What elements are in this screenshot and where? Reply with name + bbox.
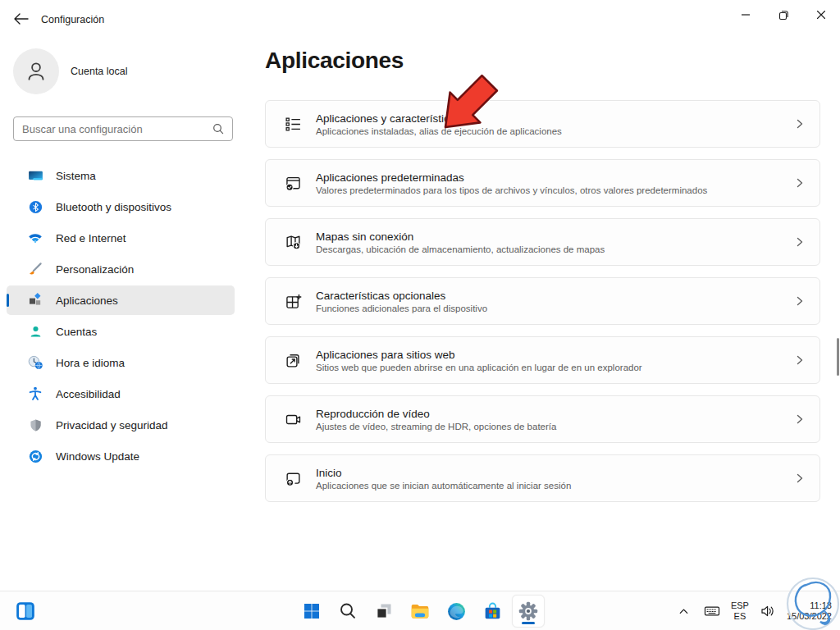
- chevron-right-icon: [795, 354, 805, 366]
- minimize-icon: [741, 10, 751, 20]
- card-title: Aplicaciones predeterminadas: [316, 171, 707, 184]
- back-button[interactable]: [11, 11, 31, 28]
- sidebar-item-hora-e-idioma[interactable]: Hora e idioma: [7, 348, 235, 377]
- settings-card-list: Aplicaciones y características Aplicacio…: [265, 100, 820, 502]
- file-explorer-button[interactable]: [404, 595, 436, 628]
- card-title: Reproducción de vídeo: [316, 408, 556, 420]
- apps-for-websites-icon: [284, 351, 302, 369]
- search-icon: [338, 601, 358, 621]
- language-line1: ESP: [731, 600, 749, 611]
- search-box[interactable]: [13, 116, 233, 141]
- sidebar-item-bluetooth-y-dispositivos[interactable]: Bluetooth y dispositivos: [7, 192, 235, 221]
- sidebar: Cuenta local Sistema Bluetooth y disposi…: [0, 33, 246, 591]
- card-aplicaciones-y-caracteristicas[interactable]: Aplicaciones y características Aplicacio…: [265, 100, 820, 148]
- sidebar-nav: Sistema Bluetooth y dispositivos Red e I…: [0, 159, 246, 472]
- card-title: Inicio: [316, 467, 571, 479]
- card-caracteristicas-opcionales[interactable]: Características opcionales Funciones adi…: [265, 277, 820, 325]
- search-taskbar-button[interactable]: [331, 595, 364, 628]
- card-title: Características opcionales: [316, 290, 487, 302]
- sidebar-item-label: Aplicaciones: [56, 294, 118, 307]
- windows-update-icon: [26, 447, 44, 465]
- system-tray: ESP ES 11:13 15/03/2022: [674, 591, 835, 630]
- accessibility-icon: [26, 385, 44, 403]
- chevron-right-icon: [795, 236, 805, 248]
- startup-icon: [284, 469, 302, 487]
- file-explorer-icon: [409, 600, 431, 622]
- running-app-indicator: [522, 622, 535, 624]
- card-subtitle: Aplicaciones instaladas, alias de ejecuc…: [316, 126, 562, 136]
- sidebar-item-personalizacion[interactable]: Personalización: [7, 254, 235, 284]
- language-indicator[interactable]: ESP ES: [731, 600, 749, 622]
- task-view-button[interactable]: [368, 595, 400, 628]
- restore-button[interactable]: [765, 0, 802, 30]
- sidebar-item-label: Windows Update: [56, 450, 139, 463]
- apps-features-icon: [284, 115, 302, 133]
- microsoft-store-icon: [482, 601, 503, 622]
- language-line2: ES: [731, 611, 749, 622]
- settings-window: Configuración Cuenta local: [0, 0, 840, 630]
- system-icon: [26, 167, 44, 185]
- taskbar: ESP ES 11:13 15/03/2022: [0, 591, 840, 630]
- card-aplicaciones-predeterminadas[interactable]: Aplicaciones predeterminadas Valores pre…: [265, 159, 820, 207]
- sidebar-item-aplicaciones[interactable]: Aplicaciones: [7, 285, 235, 315]
- sidebar-item-label: Personalización: [56, 263, 134, 276]
- selected-indicator: [7, 294, 9, 307]
- search-icon[interactable]: [212, 123, 224, 135]
- clock-date: 15/03/2022: [787, 611, 832, 622]
- network-wifi-icon: [26, 229, 44, 247]
- avatar: [13, 48, 59, 94]
- chevron-right-icon: [795, 118, 805, 130]
- account-row[interactable]: Cuenta local: [13, 48, 128, 94]
- sidebar-item-sistema[interactable]: Sistema: [7, 161, 235, 190]
- keyboard-icon: [704, 603, 720, 619]
- personalization-brush-icon: [26, 260, 44, 278]
- start-button[interactable]: [295, 595, 328, 628]
- close-button[interactable]: [802, 0, 840, 30]
- card-subtitle: Sitios web que pueden abrirse en una apl…: [316, 363, 642, 372]
- person-icon: [22, 57, 50, 85]
- scrollbar-thumb[interactable]: [837, 338, 839, 376]
- clock[interactable]: 11:13 15/03/2022: [787, 600, 835, 622]
- minimize-button[interactable]: [727, 0, 765, 30]
- sidebar-item-accesibilidad[interactable]: Accesibilidad: [7, 379, 235, 409]
- edge-button[interactable]: [440, 595, 472, 628]
- restore-icon: [778, 10, 789, 21]
- sidebar-item-privacidad-y-seguridad[interactable]: Privacidad y seguridad: [7, 410, 235, 440]
- apps-icon: [26, 291, 44, 309]
- sidebar-item-cuentas[interactable]: Cuentas: [7, 317, 235, 346]
- sidebar-item-label: Red e Internet: [56, 232, 126, 244]
- card-subtitle: Ajustes de vídeo, streaming de HDR, opci…: [316, 422, 556, 431]
- time-language-icon: [26, 354, 44, 372]
- search-input[interactable]: [14, 123, 212, 135]
- chevron-right-icon: [795, 177, 805, 189]
- sidebar-item-windows-update[interactable]: Windows Update: [7, 441, 235, 471]
- card-reproduccion-de-video[interactable]: Reproducción de vídeo Ajustes de vídeo, …: [265, 395, 820, 443]
- bluetooth-icon: [26, 198, 44, 216]
- default-apps-icon: [284, 174, 302, 192]
- chevron-right-icon: [795, 472, 805, 484]
- card-title: Aplicaciones y características: [316, 112, 562, 125]
- card-mapas-sin-conexion[interactable]: Mapas sin conexión Descargas, ubicación …: [265, 218, 820, 266]
- card-title: Mapas sin conexión: [316, 231, 605, 243]
- settings-taskbar-button[interactable]: [512, 595, 545, 628]
- sidebar-item-label: Privacidad y seguridad: [56, 419, 168, 431]
- accounts-icon: [26, 322, 44, 340]
- touch-keyboard-button[interactable]: [701, 600, 724, 623]
- video-playback-icon: [284, 410, 302, 428]
- card-subtitle: Aplicaciones que se inician automáticame…: [316, 481, 571, 491]
- sidebar-item-label: Hora e idioma: [56, 357, 125, 369]
- microsoft-store-button[interactable]: [476, 595, 509, 628]
- sidebar-item-label: Sistema: [56, 170, 96, 182]
- tray-chevron-up-button[interactable]: [674, 602, 693, 621]
- card-subtitle: Valores predeterminados para los tipos d…: [316, 185, 707, 195]
- card-inicio[interactable]: Inicio Aplicaciones que se inician autom…: [265, 454, 820, 502]
- optional-features-icon: [284, 292, 302, 310]
- privacy-shield-icon: [26, 416, 44, 434]
- titlebar: Configuración: [0, 0, 840, 33]
- volume-button[interactable]: [756, 600, 779, 623]
- sidebar-item-red-e-internet[interactable]: Red e Internet: [7, 223, 235, 253]
- widgets-button[interactable]: [11, 597, 39, 625]
- chevron-up-icon: [678, 605, 690, 618]
- card-aplicaciones-para-sitios-web[interactable]: Aplicaciones para sitios web Sitios web …: [265, 336, 820, 384]
- close-icon: [816, 10, 826, 20]
